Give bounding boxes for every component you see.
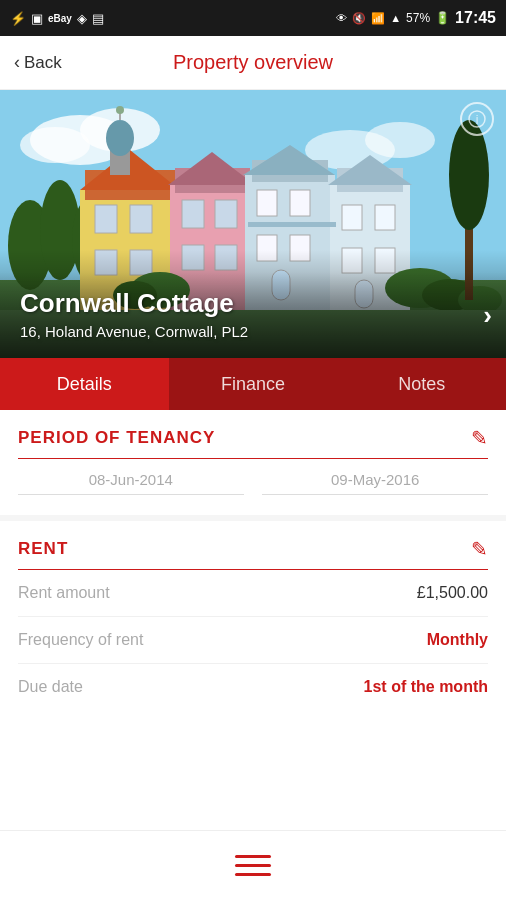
tenancy-section: PERIOD OF TENANCY ✎ 08-Jun-2014 09-May-2… (0, 410, 506, 515)
rent-frequency-row: Frequency of rent Monthly (18, 617, 488, 664)
svg-point-14 (106, 120, 134, 156)
svg-point-51 (449, 120, 489, 230)
hamburger-line-1 (235, 855, 271, 858)
svg-point-5 (365, 122, 435, 158)
ebay-icon: eBay (48, 13, 72, 24)
bottom-bar (0, 830, 506, 900)
rent-title: RENT (18, 539, 68, 559)
rent-section: RENT ✎ Rent amount £1,500.00 Frequency o… (0, 521, 506, 718)
rent-due-row: Due date 1st of the month (18, 664, 488, 710)
rent-frequency-label: Frequency of rent (18, 631, 143, 649)
svg-rect-30 (182, 200, 204, 228)
menu-button[interactable] (235, 855, 271, 876)
chevron-right-icon[interactable]: › (483, 300, 492, 331)
back-button[interactable]: ‹ Back (14, 52, 62, 73)
mute-icon: 🔇 (352, 12, 366, 25)
info-icon[interactable]: i (460, 102, 494, 136)
rent-amount-row: Rent amount £1,500.00 (18, 570, 488, 617)
status-bar: ⚡ ▣ eBay ◈ ▤ 👁 🔇 📶 ▲ 57% 🔋 17:45 (0, 0, 506, 36)
tenancy-end-date: 09-May-2016 (262, 471, 488, 495)
tenancy-dates: 08-Jun-2014 09-May-2016 (18, 459, 488, 511)
page-title: Property overview (173, 51, 333, 74)
property-name: Cornwall Cottage (20, 288, 486, 319)
status-left-icons: ⚡ ▣ eBay ◈ ▤ (10, 11, 104, 26)
nav-bar: ‹ Back Property overview (0, 36, 506, 90)
svg-rect-35 (290, 190, 310, 216)
tenancy-header: PERIOD OF TENANCY ✎ (18, 410, 488, 459)
usb-icon: ⚡ (10, 11, 26, 26)
eye-icon: 👁 (336, 12, 347, 24)
back-label: Back (24, 53, 62, 73)
tabs-container: Details Finance Notes (0, 358, 506, 410)
hamburger-line-3 (235, 873, 271, 876)
svg-text:i: i (476, 113, 479, 127)
tab-finance[interactable]: Finance (169, 358, 338, 410)
rent-frequency-value: Monthly (427, 631, 488, 649)
tab-details[interactable]: Details (0, 358, 169, 410)
property-address: 16, Holand Avenue, Cornwall, PL2 (20, 323, 486, 340)
rent-amount-label: Rent amount (18, 584, 110, 602)
svg-rect-34 (257, 190, 277, 216)
svg-rect-26 (95, 205, 117, 233)
rent-due-label: Due date (18, 678, 83, 696)
tablet-icon: ▣ (31, 11, 43, 26)
tab-notes-label: Notes (398, 374, 445, 395)
rent-due-value: 1st of the month (364, 678, 488, 696)
rent-edit-icon[interactable]: ✎ (471, 537, 488, 561)
svg-point-3 (20, 127, 90, 163)
back-arrow-icon: ‹ (14, 52, 20, 73)
tab-notes[interactable]: Notes (337, 358, 506, 410)
file-icon: ▤ (92, 11, 104, 26)
battery-icon: 🔋 (435, 11, 450, 25)
hamburger-line-2 (235, 864, 271, 867)
rent-header: RENT ✎ (18, 521, 488, 570)
tab-details-label: Details (57, 374, 112, 395)
svg-rect-31 (215, 200, 237, 228)
battery-percent: 57% (406, 11, 430, 25)
svg-rect-27 (130, 205, 152, 233)
wifi-icon: 📶 (371, 12, 385, 25)
property-overlay: Cornwall Cottage 16, Holand Avenue, Corn… (0, 272, 506, 358)
tenancy-edit-icon[interactable]: ✎ (471, 426, 488, 450)
svg-rect-40 (375, 205, 395, 230)
property-image: i Cornwall Cottage 16, Holand Avenue, Co… (0, 90, 506, 358)
signal-icon: ▲ (390, 12, 401, 24)
svg-rect-39 (342, 205, 362, 230)
svg-point-16 (116, 106, 124, 114)
tenancy-start-date: 08-Jun-2014 (18, 471, 244, 495)
time-display: 17:45 (455, 9, 496, 27)
tenancy-title: PERIOD OF TENANCY (18, 428, 215, 448)
rent-amount-value: £1,500.00 (417, 584, 488, 602)
status-right-icons: 👁 🔇 📶 ▲ 57% 🔋 17:45 (336, 9, 496, 27)
dropbox-icon: ◈ (77, 11, 87, 26)
tab-finance-label: Finance (221, 374, 285, 395)
content-area: PERIOD OF TENANCY ✎ 08-Jun-2014 09-May-2… (0, 410, 506, 718)
svg-rect-44 (248, 222, 336, 227)
